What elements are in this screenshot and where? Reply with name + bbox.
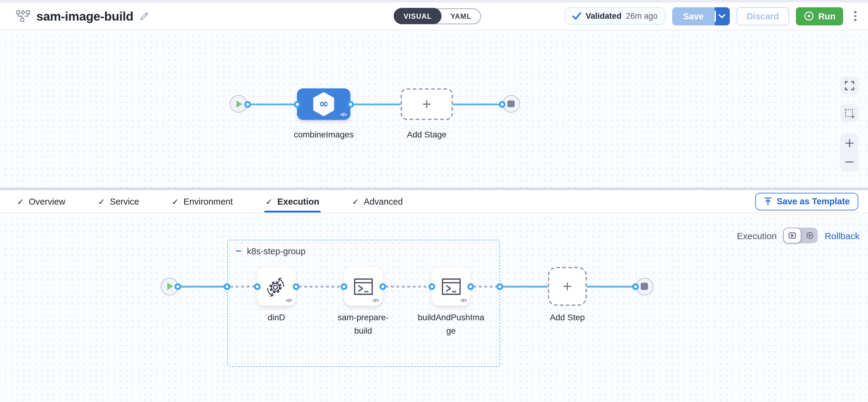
header-actions: Validated 26m ago Save Discard Run <box>564 7 860 25</box>
execution-graph-canvas[interactable]: Execution Rollback − k8s-step-group <box>0 213 868 402</box>
add-step-label: Add Step <box>533 311 601 324</box>
connector-ring <box>499 101 505 107</box>
svg-text:∞: ∞ <box>319 97 328 110</box>
zoom-in-button[interactable] <box>844 138 855 148</box>
zoom-out-button[interactable] <box>844 157 855 167</box>
step-node-dind[interactable]: </> <box>257 267 296 306</box>
rollback-mode-icon[interactable] <box>802 228 818 243</box>
validated-check-icon <box>572 12 581 20</box>
connector-ring <box>244 101 251 107</box>
start-play-icon <box>167 283 173 290</box>
tab-label: Execution <box>277 197 319 206</box>
yaml-toggle[interactable]: YAML <box>441 9 480 23</box>
save-as-template-button[interactable]: Save as Template <box>755 193 858 210</box>
start-play-icon <box>237 100 243 107</box>
window-top-edge <box>0 0 868 2</box>
save-dropdown-chevron-icon[interactable] <box>715 7 730 25</box>
visual-toggle[interactable]: VISUAL <box>394 8 441 24</box>
connector-line <box>178 286 228 287</box>
stop-square-icon <box>641 283 648 290</box>
add-stage-label: Add Stage <box>401 128 453 141</box>
pipeline-studio-window: sam-image-build VISUAL YAML Validated 26… <box>0 0 868 402</box>
add-step-button[interactable]: + <box>548 267 587 306</box>
upload-icon <box>764 197 773 205</box>
stage-graph-canvas[interactable]: ∞ </> + combineImages Add Stage <box>0 30 868 188</box>
execution-mode-switch: Execution Rollback <box>737 228 860 243</box>
validated-label: Validated <box>586 11 622 21</box>
run-step-terminal-icon <box>441 277 461 295</box>
step-node-buildandpushimage[interactable]: </> <box>432 267 470 306</box>
tab-execution[interactable]: ✓ Execution <box>266 190 319 212</box>
pipeline-icon <box>16 10 30 23</box>
fullscreen-button[interactable] <box>840 76 858 95</box>
dashed-connector <box>230 286 257 287</box>
step-group-header: − k8s-step-group <box>236 246 306 256</box>
connector-ring <box>340 283 347 290</box>
connector-ring <box>467 283 474 290</box>
code-badge-icon: </> <box>340 111 347 118</box>
tab-environment[interactable]: ✓ Environment <box>172 190 233 212</box>
connector-line <box>502 286 548 287</box>
rollback-link[interactable]: Rollback <box>825 230 860 241</box>
tab-overview[interactable]: ✓ Overview <box>17 190 65 212</box>
save-divider <box>715 10 716 22</box>
check-icon: ✓ <box>352 197 359 206</box>
view-mode-toggle: VISUAL YAML <box>394 8 481 24</box>
save-button[interactable]: Save <box>672 7 715 25</box>
discard-button[interactable]: Discard <box>737 7 789 25</box>
step-label: sam-prepare-build <box>329 311 397 337</box>
dashed-connector <box>473 286 500 287</box>
connector-ring <box>347 101 354 107</box>
pipeline-name: sam-image-build <box>36 9 133 23</box>
run-label: Run <box>818 11 835 21</box>
dashed-connector <box>299 286 344 287</box>
validated-time: 26m ago <box>626 11 658 21</box>
connector-line <box>452 103 504 105</box>
execution-mode-label: Execution <box>737 230 777 241</box>
plus-icon: + <box>563 278 572 294</box>
step-node-sam-prepare-build[interactable]: </> <box>344 267 382 306</box>
stop-square-icon <box>508 100 515 107</box>
connector-line <box>247 103 298 105</box>
tab-label: Overview <box>29 197 65 206</box>
stage-label: combineImages <box>280 128 367 141</box>
connector-ring <box>292 283 299 290</box>
connector-line <box>587 286 636 287</box>
connector-ring <box>294 101 300 107</box>
validated-badge[interactable]: Validated 26m ago <box>564 7 665 25</box>
execution-mode-icon[interactable] <box>783 228 802 243</box>
code-badge-icon: </> <box>372 297 379 303</box>
save-as-template-label: Save as Template <box>777 197 850 206</box>
stage-node-combineimages[interactable]: ∞ </> <box>297 89 350 120</box>
check-icon: ✓ <box>98 197 105 206</box>
execution-rollback-toggle[interactable] <box>783 228 818 243</box>
tab-advanced[interactable]: ✓ Advanced <box>352 190 403 212</box>
run-play-icon <box>804 11 814 21</box>
run-button[interactable]: Run <box>796 7 843 25</box>
tab-service[interactable]: ✓ Service <box>98 190 139 212</box>
pipeline-title-group: sam-image-build <box>16 9 149 23</box>
add-stage-button[interactable]: + <box>401 89 453 120</box>
background-step-gear-icon <box>266 276 287 297</box>
connector-ring <box>379 283 386 290</box>
zoom-controls <box>840 134 858 171</box>
run-step-terminal-icon <box>353 277 373 295</box>
multi-select-marquee-button[interactable] <box>840 104 858 122</box>
connector-ring <box>632 283 639 290</box>
step-group-label: k8s-step-group <box>247 246 306 256</box>
more-options-kebab-icon[interactable] <box>851 8 860 24</box>
ci-stage-hexagon-icon: ∞ <box>312 92 335 116</box>
connector-ring <box>428 283 435 290</box>
code-badge-icon: </> <box>285 297 292 303</box>
check-icon: ✓ <box>17 197 24 206</box>
connector-ring <box>496 283 503 290</box>
tab-label: Environment <box>183 197 233 206</box>
check-icon: ✓ <box>172 197 179 206</box>
step-label: dinD <box>243 311 310 324</box>
connector-ring <box>175 283 181 290</box>
collapse-minus-icon[interactable]: − <box>236 246 242 256</box>
dashed-connector <box>385 286 432 287</box>
plus-icon: + <box>422 96 431 112</box>
check-icon: ✓ <box>266 197 273 206</box>
edit-pencil-icon[interactable] <box>140 11 149 21</box>
